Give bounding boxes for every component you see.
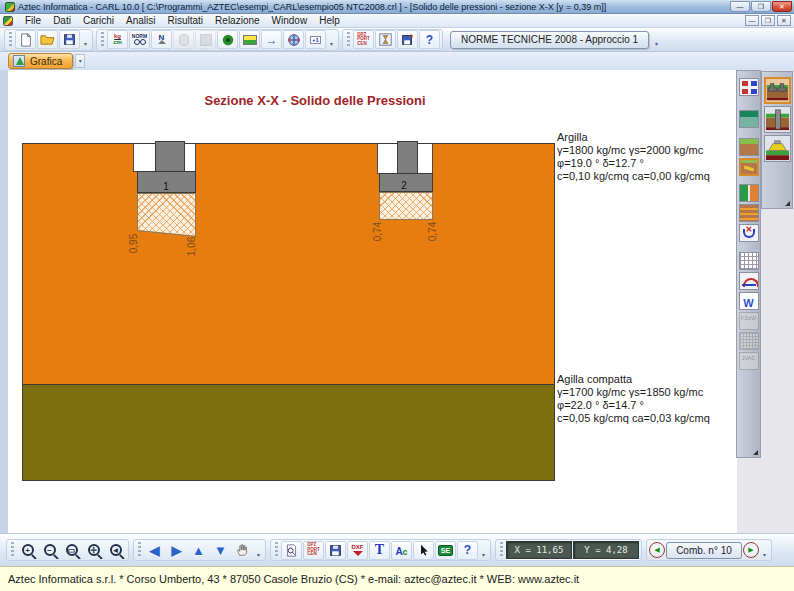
sidebar-resize-handle[interactable] (753, 450, 758, 455)
soil-layers-button[interactable] (239, 30, 260, 49)
dimension-label: 0,74 (372, 215, 383, 249)
minimize-button[interactable]: — (730, 1, 750, 12)
soil-layer-argilla-compatta (22, 384, 555, 481)
toolbar-grip[interactable] (500, 542, 503, 558)
dpz-export-button[interactable]: DPZ PORT CEN (353, 30, 374, 49)
save-file-button[interactable] (59, 30, 80, 49)
armature-icon[interactable]: ✕ (739, 224, 759, 242)
analysis-options-button[interactable]: N (151, 30, 172, 49)
menu-window[interactable]: Window (266, 14, 314, 27)
export-save-button[interactable] (397, 30, 418, 49)
pan-up-button[interactable]: ▲ (188, 541, 209, 560)
coordinates-group: X = 11,65 Y = 4,28 (495, 539, 642, 561)
menu-analisi[interactable]: Analisi (120, 14, 161, 27)
palette-resize-handle[interactable] (785, 201, 790, 206)
toolbar-grip[interactable] (11, 542, 14, 558)
options-toolbar-group: kg cm NORM N (96, 29, 339, 51)
toolbar-grip[interactable] (275, 542, 278, 558)
app-icon (5, 2, 15, 12)
plinti-grid-icon[interactable] (739, 78, 759, 96)
document-icon[interactable] (3, 16, 13, 26)
toolbar-overflow[interactable]: ▾ (652, 30, 661, 49)
normative-button[interactable]: NORM (129, 30, 150, 49)
carichi-terreno-icon[interactable] (739, 204, 759, 222)
pali-icon[interactable] (739, 184, 759, 202)
toolbar-grip[interactable] (9, 32, 12, 48)
diagramma-icon[interactable] (739, 272, 759, 290)
save-floppy-icon (329, 544, 342, 557)
y-coordinate-display: Y = 4,28 (573, 541, 639, 559)
drawing-save-button[interactable] (325, 541, 346, 560)
window-increment-button[interactable]: +1 (305, 30, 326, 49)
next-combination-button[interactable]: ▶ (743, 542, 759, 558)
mdi-restore-button[interactable]: ❐ (761, 15, 775, 26)
dpz-save-button[interactable]: DPZ PORT CEN (303, 541, 324, 560)
platea-icon[interactable] (739, 110, 759, 128)
pan-hand-button[interactable] (232, 541, 253, 560)
menu-risultati[interactable]: Risultati (162, 14, 210, 27)
foundation-type-palette (761, 71, 793, 209)
globe-options-button[interactable] (283, 30, 304, 49)
terreno-vegetazione-icon[interactable] (739, 138, 759, 156)
new-file-button[interactable] (15, 30, 36, 49)
toolbar-overflow[interactable]: ▾ (254, 541, 263, 560)
dxf-export-button[interactable]: DXF (347, 541, 368, 560)
mdi-minimize-button[interactable]: — (745, 15, 759, 26)
zoom-all-button[interactable]: ✛ (83, 541, 104, 560)
palette-palo-icon[interactable] (764, 106, 791, 133)
pan-right-button[interactable]: ▶ (166, 541, 187, 560)
foundation-label: 2 (398, 180, 410, 191)
foundation-column-2 (397, 141, 418, 175)
dimension-label: 0,95 (128, 227, 139, 261)
soil-annotation-argilla-compatta: Agilla compatta γ=1700 kg/mc γs=1850 kg/… (557, 373, 710, 425)
font-icon: Ac (395, 541, 407, 559)
select-pointer-button[interactable] (413, 541, 434, 560)
materials-button[interactable] (217, 30, 238, 49)
previous-combination-button[interactable]: ◀ (649, 542, 665, 558)
menu-file[interactable]: File (19, 14, 47, 27)
toolbar-overflow[interactable]: ▾ (327, 30, 336, 49)
graphics-help-button[interactable]: ? (457, 541, 478, 560)
menu-dati[interactable]: Dati (47, 14, 77, 27)
grafica-label: Grafica (30, 56, 62, 67)
batch-button[interactable] (375, 30, 396, 49)
dpz-icon: DPZ PORT CEN (307, 543, 320, 557)
help-button[interactable]: ? (419, 30, 440, 49)
zoom-toolbar-group: + − ▭ ✛ ◄ (6, 539, 129, 561)
toolbar-grip[interactable] (347, 32, 350, 48)
norme-tecniche-button[interactable]: NORME TECNICHE 2008 - Approccio 1 (450, 31, 649, 49)
menu-relazione[interactable]: Relazione (209, 14, 265, 27)
word-export-icon[interactable]: W (739, 292, 759, 310)
menu-help[interactable]: Help (313, 14, 346, 27)
palette-plinti-icon[interactable] (764, 77, 791, 104)
print-preview-button[interactable] (281, 541, 302, 560)
text-tool-button[interactable]: T (369, 541, 390, 560)
close-button[interactable]: ✕ (772, 1, 792, 12)
palette-sezione-icon[interactable] (764, 135, 791, 162)
tabella-risultati-icon[interactable] (739, 252, 759, 270)
zoom-previous-button[interactable]: ◄ (105, 541, 126, 560)
print-preview-icon (285, 544, 298, 557)
open-file-button[interactable] (37, 30, 58, 49)
toolbar-overflow[interactable]: ▾ (479, 541, 488, 560)
zoom-in-button[interactable]: + (17, 541, 38, 560)
zoom-out-button[interactable]: − (39, 541, 60, 560)
menu-carichi[interactable]: Carichi (77, 14, 120, 27)
font-options-button[interactable]: Ac (391, 541, 412, 560)
toolbar-overflow[interactable]: ▾ (81, 30, 90, 49)
toolbar-grip[interactable] (138, 542, 141, 558)
se-tool-button[interactable]: SE (435, 541, 456, 560)
section-arrow-button[interactable]: → (261, 30, 282, 49)
toolbar-overflow[interactable]: ▾ (760, 541, 769, 560)
tab-overflow[interactable]: ▾ (75, 54, 85, 68)
sezione-solido-pressioni-icon[interactable] (739, 158, 759, 176)
pan-down-button[interactable]: ▼ (210, 541, 231, 560)
mdi-close-button[interactable]: ✕ (777, 15, 791, 26)
tab-grafica[interactable]: Grafica (8, 53, 73, 69)
soil-props-c: c=0,10 kg/cmq ca=0,00 kg/cmq (557, 170, 710, 183)
pan-left-button[interactable]: ◀ (144, 541, 165, 560)
zoom-window-button[interactable]: ▭ (61, 541, 82, 560)
maximize-button[interactable]: ❐ (751, 1, 771, 12)
toolbar-grip[interactable] (101, 32, 104, 48)
units-button[interactable]: kg cm (107, 30, 128, 49)
